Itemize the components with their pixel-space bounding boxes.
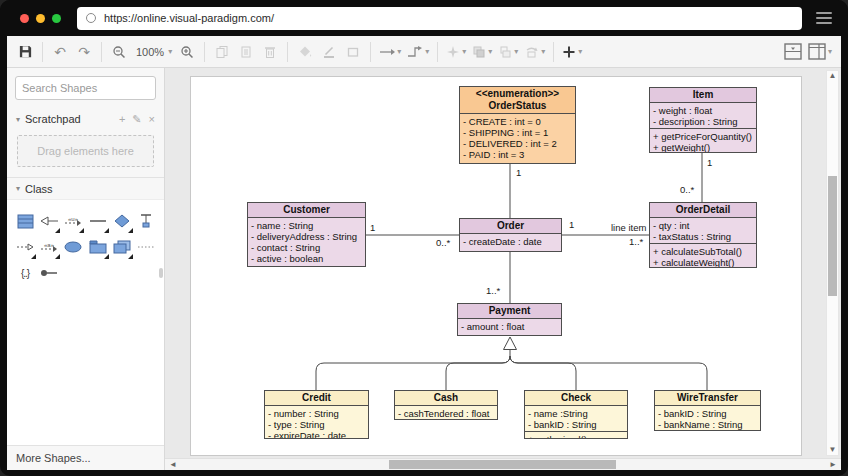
chevron-down-icon: ▾ <box>828 48 832 56</box>
palette-usage[interactable]: «u» <box>63 211 83 231</box>
rotate-icon <box>524 45 539 59</box>
uml-class-orderdetail[interactable]: OrderDetail- qty : int- taxStatus : Stri… <box>649 202 757 268</box>
edge-wiretransfer-payment[interactable] <box>510 356 707 390</box>
uml-attributes-compartment: - name : String- deliveryAddress : Strin… <box>248 217 365 265</box>
note-icon <box>113 240 131 254</box>
uml-class-orderstatus[interactable]: <<enumeration>>OrderStatus- CREATE : int… <box>459 86 576 164</box>
horizontal-scrollbar-thumb[interactable] <box>389 460 616 469</box>
shape-search-box[interactable] <box>15 76 156 100</box>
shape-palette-sidebar: ▾ Scratchpad + ✎ × Drag elements here ▾ … <box>7 68 165 470</box>
site-info-icon[interactable] <box>86 13 96 23</box>
zoom-level-dropdown[interactable]: 100% ▾ <box>131 40 175 64</box>
anchor-icon <box>139 213 153 229</box>
horizontal-scrollbar[interactable]: ◄ ► <box>165 458 841 470</box>
multiplicity-label: 0..* <box>436 238 450 248</box>
palette-package[interactable] <box>88 237 108 257</box>
scroll-right-icon[interactable]: ► <box>827 459 839 470</box>
multiplicity-label: 1 <box>707 158 712 168</box>
uml-class-name: WireTransfer <box>655 391 760 405</box>
multiplicity-label: 1 <box>370 223 375 233</box>
align-dropdown[interactable]: ▾ <box>495 40 521 64</box>
delete-button[interactable] <box>258 40 282 64</box>
copy-button[interactable] <box>210 40 234 64</box>
toggle-bottom-panel-button[interactable] <box>781 40 805 64</box>
palette-anchor[interactable] <box>136 211 156 231</box>
diagram-canvas[interactable]: <<enumeration>>OrderStatus- CREATE : int… <box>165 68 841 458</box>
redo-icon: ↷ <box>78 45 90 59</box>
redo-button[interactable]: ↷ <box>72 40 96 64</box>
connector-arrow-dropdown[interactable]: ▾ <box>376 40 404 64</box>
scroll-down-icon[interactable]: ▼ <box>827 445 838 455</box>
fill-color-button[interactable] <box>293 40 317 64</box>
palette-constraint[interactable]: {..} <box>15 263 35 283</box>
more-shapes-link[interactable]: More Shapes... <box>7 445 164 470</box>
insert-shape-dropdown[interactable]: ▾ <box>559 40 585 64</box>
edge-credit-payment[interactable] <box>316 356 510 390</box>
edge-check-payment[interactable] <box>510 356 576 390</box>
class-shape-palette: «u» «a» <box>7 199 164 445</box>
vertical-scrollbar[interactable]: ▲ ▼ <box>826 70 839 456</box>
palette-abstraction[interactable]: «a» <box>39 237 59 257</box>
chevron-down-icon: ▾ <box>168 48 172 56</box>
search-input[interactable] <box>16 82 170 94</box>
uml-class-order[interactable]: Order- createDate : date <box>459 218 562 252</box>
close-window-button[interactable] <box>20 14 29 23</box>
scratchpad-drop-area[interactable]: Drag elements here <box>17 135 154 167</box>
palette-class-shape[interactable] <box>15 211 35 231</box>
panel-bottom-icon <box>784 43 802 60</box>
palette-containment[interactable] <box>136 237 156 257</box>
vertical-scrollbar-thumb[interactable] <box>828 176 837 296</box>
uml-class-item[interactable]: Item- weight : float- description : Stri… <box>649 87 757 153</box>
sidebar-scrollbar-thumb[interactable] <box>159 268 163 278</box>
class-icon <box>17 214 34 229</box>
address-bar[interactable]: https://online.visual-paradigm.com/ <box>77 7 802 30</box>
connector-style-dropdown[interactable]: ▾ <box>404 40 432 64</box>
zoom-out-button[interactable] <box>107 40 131 64</box>
scratchpad-section-header[interactable]: ▾ Scratchpad + ✎ × <box>7 108 164 130</box>
zoom-window-button[interactable] <box>52 14 61 23</box>
line-color-button[interactable] <box>317 40 341 64</box>
browser-menu-icon[interactable] <box>816 12 832 24</box>
plus-icon <box>562 45 576 59</box>
multiplicity-label: 1 <box>516 168 521 178</box>
palette-aggregation[interactable] <box>112 211 132 231</box>
palette-dependency[interactable] <box>15 237 35 257</box>
scratchpad-add-icon[interactable]: + <box>119 113 125 126</box>
uml-class-wiretransfer[interactable]: WireTransfer- bankID : String- bankName … <box>654 390 761 431</box>
generalization-triangle-icon <box>504 337 517 350</box>
uml-class-credit[interactable]: Credit- number : String- type : String- … <box>264 390 369 439</box>
uml-class-check[interactable]: Check- name :String- bankID : String+ au… <box>524 390 628 439</box>
toggle-right-panel-dropdown[interactable]: ▾ <box>805 40 835 64</box>
palette-pin[interactable] <box>39 263 59 283</box>
undo-button[interactable]: ↶ <box>48 40 72 64</box>
scroll-up-icon[interactable]: ▲ <box>827 71 838 81</box>
aggregation-diamond-icon <box>114 214 130 228</box>
class-section-header[interactable]: ▾ Class <box>7 177 164 199</box>
palette-note[interactable] <box>112 237 132 257</box>
palette-association[interactable] <box>88 211 108 231</box>
minimize-window-button[interactable] <box>36 14 45 23</box>
uml-class-name: OrderDetail <box>650 203 756 217</box>
scroll-left-icon[interactable]: ◄ <box>167 459 179 470</box>
url-text[interactable]: https://online.visual-paradigm.com/ <box>104 12 274 24</box>
effects-icon <box>446 45 460 59</box>
format-style-button[interactable] <box>341 40 365 64</box>
uml-class-customer[interactable]: Customer- name : String- deliveryAddress… <box>247 202 366 267</box>
zoom-in-button[interactable] <box>175 40 199 64</box>
palette-generalization[interactable] <box>39 211 59 231</box>
uml-attributes-compartment: - createDate : date <box>460 233 561 248</box>
paste-button[interactable] <box>234 40 258 64</box>
effects-dropdown[interactable]: ▾ <box>443 40 469 64</box>
uml-attributes-compartment: - number : String- type : String- expire… <box>265 405 368 439</box>
scratchpad-edit-icon[interactable]: ✎ <box>132 113 141 126</box>
arrange-dropdown[interactable]: ▾ <box>469 40 495 64</box>
collapse-caret-icon[interactable]: ▾ <box>16 184 20 193</box>
scratchpad-close-icon[interactable]: × <box>149 113 155 126</box>
uml-class-payment[interactable]: Payment- amount : float <box>457 303 562 336</box>
palette-ellipse[interactable] <box>63 237 83 257</box>
save-button[interactable] <box>13 40 37 64</box>
rotate-dropdown[interactable]: ▾ <box>521 40 548 64</box>
uml-class-cash[interactable]: Cash- cashTendered : float <box>394 390 498 420</box>
edge-cash-payment[interactable] <box>446 356 510 390</box>
collapse-caret-icon[interactable]: ▾ <box>16 115 20 124</box>
